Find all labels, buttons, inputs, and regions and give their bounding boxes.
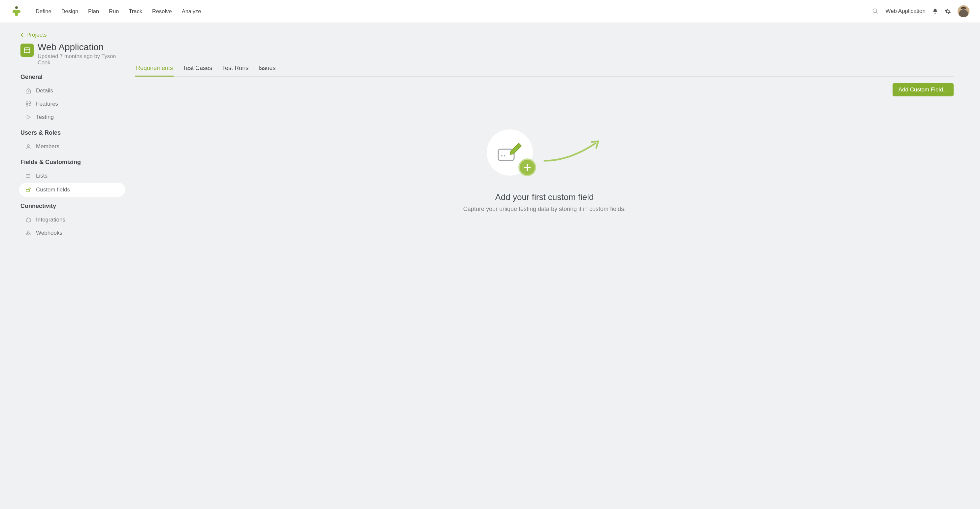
app-header: Define Design Plan Run Track Resolve Ana… — [0, 0, 980, 22]
section-general-title: General — [21, 73, 129, 81]
sidebar-item-label: Details — [36, 88, 53, 94]
edit-field-icon — [25, 187, 32, 193]
breadcrumb[interactable]: Projects — [21, 32, 129, 38]
empty-state-description: Capture your unique testing data by stor… — [463, 206, 625, 212]
nav-analyze[interactable]: Analyze — [182, 8, 201, 14]
nav-resolve[interactable]: Resolve — [152, 8, 172, 14]
add-custom-field-button[interactable]: Add Custom Field... — [892, 83, 954, 96]
empty-state: Add your first custom field Capture your… — [135, 116, 954, 212]
sidebar-item-details[interactable]: Details — [21, 85, 129, 97]
sidebar-item-testing[interactable]: Testing — [21, 111, 129, 123]
empty-state-title: Add your first custom field — [495, 192, 593, 203]
search-icon[interactable] — [872, 8, 879, 14]
play-icon — [25, 114, 32, 120]
nav-plan[interactable]: Plan — [88, 8, 99, 14]
home-icon — [25, 88, 32, 94]
svg-rect-8 — [26, 102, 28, 103]
header-right: Web Application — [872, 5, 969, 17]
svg-point-22 — [501, 155, 503, 156]
sidebar-item-members[interactable]: Members — [21, 140, 129, 153]
grid-add-icon — [25, 101, 32, 107]
gear-icon[interactable] — [945, 8, 951, 14]
avatar[interactable] — [958, 5, 969, 17]
chevron-left-icon — [21, 33, 24, 37]
tab-test-runs[interactable]: Test Runs — [221, 62, 249, 76]
tab-issues[interactable]: Issues — [258, 62, 276, 76]
svg-rect-5 — [24, 48, 30, 53]
svg-point-18 — [26, 233, 28, 235]
window-icon — [24, 46, 31, 54]
header-project-label[interactable]: Web Application — [885, 8, 926, 14]
logo-icon — [11, 5, 22, 17]
sidebar-item-custom-fields[interactable]: Custom fields — [19, 183, 126, 197]
bell-icon[interactable] — [932, 8, 938, 14]
app-logo[interactable] — [11, 5, 22, 17]
project-meta: Updated 7 months ago by Tyson Cook — [38, 53, 129, 66]
svg-rect-10 — [26, 104, 28, 106]
tabs: Requirements Test Cases Test Runs Issues — [135, 62, 954, 77]
section-fields-title: Fields & Customizing — [21, 159, 129, 166]
sidebar-item-label: Integrations — [36, 217, 65, 223]
tab-requirements[interactable]: Requirements — [135, 62, 173, 77]
sidebar-item-label: Members — [36, 143, 59, 150]
project-header: Web Application Updated 7 months ago by … — [21, 42, 129, 66]
sidebar-item-label: Features — [36, 101, 58, 107]
sidebar: Projects Web Application Updated 7 month… — [0, 29, 129, 240]
nav-track[interactable]: Track — [129, 8, 142, 14]
sidebar-item-webhooks[interactable]: Webhooks — [21, 227, 129, 239]
svg-point-19 — [29, 233, 31, 235]
puzzle-icon — [25, 217, 32, 223]
breadcrumb-label: Projects — [26, 32, 46, 38]
user-icon — [25, 144, 32, 150]
content-area: Projects Web Application Updated 7 month… — [0, 22, 980, 240]
main-panel: Requirements Test Cases Test Runs Issues… — [129, 29, 980, 240]
nav-define[interactable]: Define — [36, 8, 51, 14]
main-nav: Define Design Plan Run Track Resolve Ana… — [36, 8, 201, 14]
sidebar-item-label: Webhooks — [36, 230, 62, 236]
svg-point-0 — [15, 6, 18, 9]
svg-line-4 — [877, 12, 878, 14]
project-icon — [21, 43, 33, 57]
actions-row: Add Custom Field... — [135, 83, 954, 96]
nav-run[interactable]: Run — [109, 8, 119, 14]
svg-rect-17 — [26, 190, 29, 192]
sidebar-item-label: Testing — [36, 114, 54, 120]
svg-point-23 — [504, 155, 505, 156]
edit-card-icon — [497, 143, 523, 163]
sidebar-item-integrations[interactable]: Integrations — [21, 214, 129, 226]
sidebar-item-label: Custom fields — [36, 187, 70, 193]
svg-point-13 — [27, 145, 29, 147]
section-connectivity-title: Connectivity — [21, 203, 129, 210]
arrow-swoosh-icon — [543, 139, 602, 166]
section-users-title: Users & Roles — [21, 129, 129, 136]
header-left: Define Design Plan Run Track Resolve Ana… — [11, 5, 201, 17]
sidebar-item-lists[interactable]: Lists — [21, 170, 129, 182]
svg-point-7 — [28, 91, 29, 92]
list-icon — [25, 173, 32, 179]
webhook-icon — [25, 230, 32, 236]
tab-test-cases[interactable]: Test Cases — [182, 62, 213, 76]
plus-badge-icon — [519, 158, 536, 176]
empty-graphic — [487, 129, 602, 176]
svg-rect-9 — [29, 102, 31, 103]
project-title: Web Application — [38, 42, 129, 53]
nav-design[interactable]: Design — [61, 8, 78, 14]
empty-circle-icon — [487, 129, 533, 176]
sidebar-item-features[interactable]: Features — [21, 98, 129, 110]
sidebar-item-label: Lists — [36, 172, 48, 179]
svg-rect-2 — [15, 10, 18, 16]
svg-point-3 — [873, 9, 877, 13]
